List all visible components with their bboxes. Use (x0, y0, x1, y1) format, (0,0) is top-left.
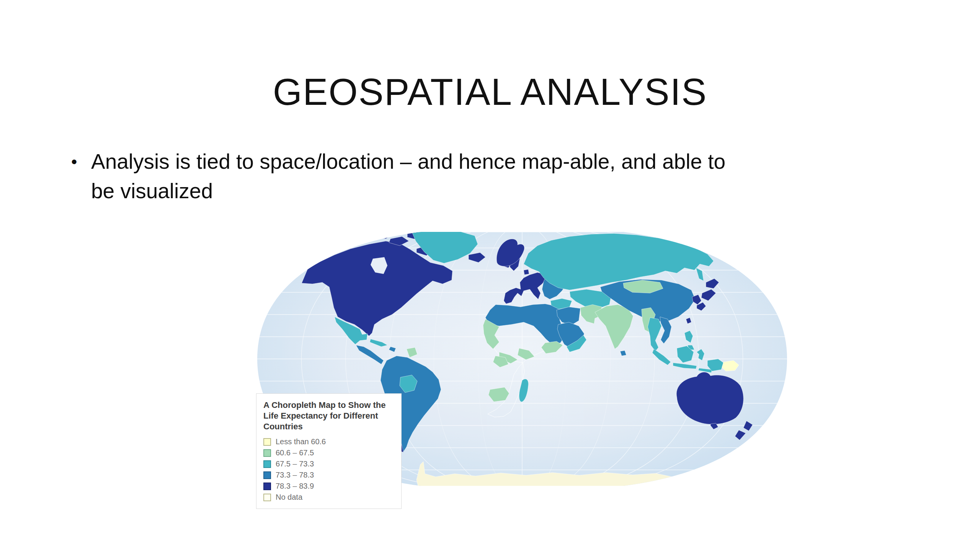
legend-swatch (263, 438, 271, 446)
legend-item-label: 67.5 – 73.3 (276, 460, 314, 468)
legend-item: 67.5 – 73.3 (263, 460, 394, 468)
legend-item-label: No data (276, 493, 302, 502)
map-legend: A Choropleth Map to Show the Life Expect… (256, 393, 402, 509)
page-title: GEOSPATIAL ANALYSIS (0, 70, 980, 114)
bullet-marker: • (71, 147, 91, 176)
legend-swatch (263, 483, 271, 490)
legend-item-label: 73.3 – 78.3 (276, 471, 314, 479)
legend-item: 73.3 – 78.3 (263, 471, 394, 479)
legend-swatch (263, 460, 271, 468)
bullet-line-1: Analysis is tied to space/location – and… (91, 150, 725, 173)
legend-swatch (263, 449, 271, 457)
legend-swatch (263, 494, 271, 501)
legend-title: A Choropleth Map to Show the Life Expect… (263, 400, 394, 432)
bullet-line-2: be visualized (91, 179, 213, 203)
choropleth-map-figure: A Choropleth Map to Show the Life Expect… (256, 226, 789, 494)
bullet-text: Analysis is tied to space/location – and… (91, 147, 929, 206)
legend-item-label: Less than 60.6 (276, 437, 326, 446)
legend-item-label: 78.3 – 83.9 (276, 482, 314, 491)
legend-item-label: 60.6 – 67.5 (276, 448, 314, 457)
presentation-slide: GEOSPATIAL ANALYSIS • Analysis is tied t… (0, 0, 980, 551)
bullet-item: • Analysis is tied to space/location – a… (71, 147, 929, 206)
legend-item: Less than 60.6 (263, 437, 394, 446)
legend-swatch (263, 471, 271, 479)
legend-item: 60.6 – 67.5 (263, 448, 394, 457)
legend-item: No data (263, 493, 394, 502)
legend-item: 78.3 – 83.9 (263, 482, 394, 491)
